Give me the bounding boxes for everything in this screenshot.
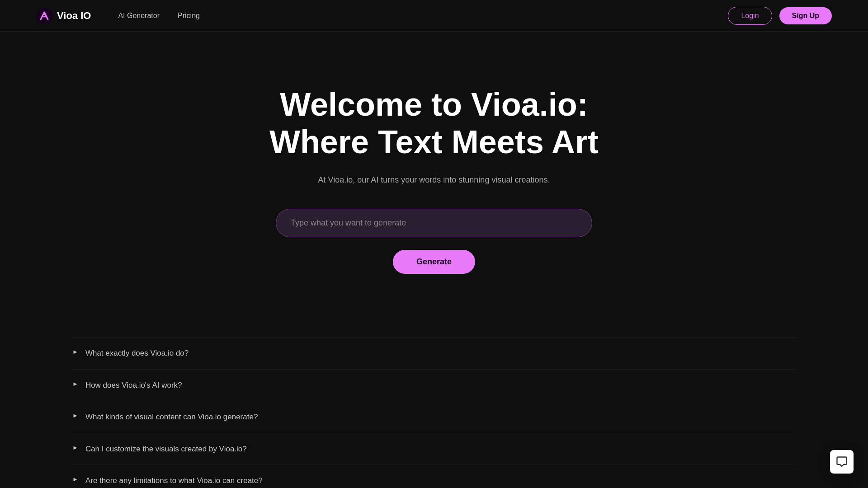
faq-question-2: How does Vioa.io's AI work? bbox=[85, 380, 182, 391]
generate-input[interactable] bbox=[276, 209, 592, 237]
navbar-left: Vioa IO AI Generator Pricing bbox=[36, 8, 200, 24]
faq-question-5: Are there any limitations to what Vioa.i… bbox=[85, 475, 263, 487]
faq-question-3: What kinds of visual content can Vioa.io… bbox=[85, 411, 258, 423]
navbar-right: Login Sign Up bbox=[728, 7, 832, 25]
logo[interactable]: Vioa IO bbox=[36, 8, 91, 24]
svg-point-1 bbox=[43, 13, 46, 15]
faq-arrow-3: ► bbox=[72, 412, 78, 419]
hero-section: Welcome to Vioa.io: Where Text Meets Art… bbox=[0, 32, 868, 310]
chat-widget[interactable] bbox=[830, 450, 854, 474]
hero-title: Welcome to Vioa.io: Where Text Meets Art bbox=[253, 86, 615, 161]
faq-item-5[interactable]: ► Are there any limitations to what Vioa… bbox=[72, 465, 796, 488]
faq-section: ► What exactly does Vioa.io do? ► How do… bbox=[0, 310, 868, 488]
faq-arrow-2: ► bbox=[72, 380, 78, 387]
generate-button[interactable]: Generate bbox=[393, 250, 475, 274]
faq-arrow-1: ► bbox=[72, 348, 78, 355]
logo-icon bbox=[36, 8, 52, 24]
logo-text: Vioa IO bbox=[57, 10, 91, 22]
navbar: Vioa IO AI Generator Pricing Login Sign … bbox=[0, 0, 868, 32]
signup-button[interactable]: Sign Up bbox=[779, 7, 832, 24]
faq-item-1[interactable]: ► What exactly does Vioa.io do? bbox=[72, 337, 796, 370]
faq-item-2[interactable]: ► How does Vioa.io's AI work? bbox=[72, 370, 796, 402]
faq-question-1: What exactly does Vioa.io do? bbox=[85, 347, 189, 359]
pricing-link[interactable]: Pricing bbox=[178, 12, 200, 20]
faq-item-3[interactable]: ► What kinds of visual content can Vioa.… bbox=[72, 401, 796, 433]
login-button[interactable]: Login bbox=[728, 7, 772, 25]
chat-icon bbox=[835, 455, 848, 468]
faq-arrow-4: ► bbox=[72, 444, 78, 451]
faq-question-4: Can I customize the visuals created by V… bbox=[85, 443, 247, 455]
faq-item-4[interactable]: ► Can I customize the visuals created by… bbox=[72, 433, 796, 465]
svg-point-0 bbox=[36, 8, 52, 24]
faq-arrow-5: ► bbox=[72, 476, 78, 483]
hero-subtitle: At Vioa.io, our AI turns your words into… bbox=[318, 174, 550, 187]
ai-generator-link[interactable]: AI Generator bbox=[118, 12, 160, 20]
nav-links: AI Generator Pricing bbox=[118, 12, 200, 20]
search-container bbox=[276, 209, 592, 237]
